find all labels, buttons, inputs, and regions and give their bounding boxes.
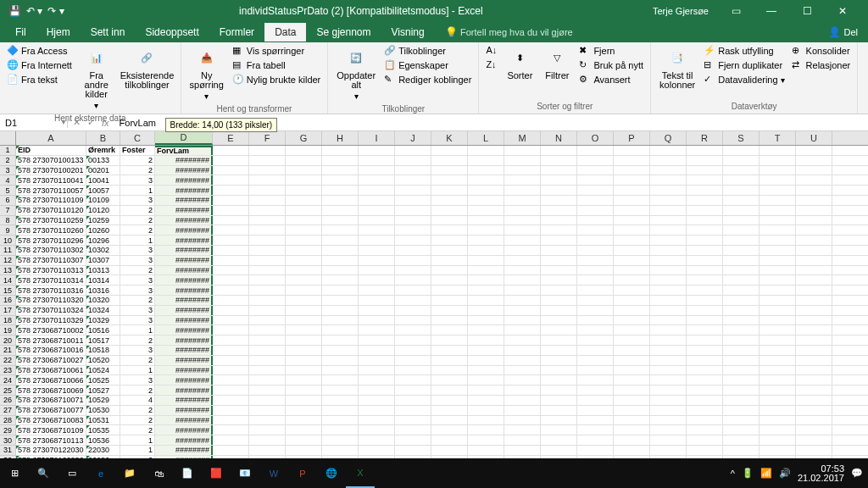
cell[interactable] xyxy=(796,336,832,345)
cell[interactable] xyxy=(359,425,395,435)
cell[interactable] xyxy=(760,166,796,175)
cell[interactable]: ######## xyxy=(155,275,213,285)
cell[interactable] xyxy=(468,366,504,375)
cell[interactable] xyxy=(286,196,322,205)
user-name[interactable]: Terje Gjersøe xyxy=(653,6,709,16)
cell[interactable] xyxy=(359,166,395,175)
cell[interactable] xyxy=(322,375,359,385)
cell[interactable] xyxy=(541,286,577,295)
cell[interactable] xyxy=(322,316,359,325)
cell[interactable]: 2 xyxy=(120,336,155,345)
cell[interactable] xyxy=(796,375,832,385)
cell[interactable] xyxy=(723,216,760,225)
cell[interactable] xyxy=(614,406,650,415)
tray-wifi-icon[interactable]: 📶 xyxy=(760,468,772,479)
cell[interactable] xyxy=(286,216,322,225)
cell[interactable] xyxy=(796,286,832,295)
cell[interactable] xyxy=(614,385,650,395)
cell[interactable] xyxy=(395,266,431,275)
cell[interactable] xyxy=(504,246,541,255)
cell[interactable] xyxy=(249,346,286,355)
cell[interactable] xyxy=(431,206,468,215)
tab-view[interactable]: Visning xyxy=(381,23,435,42)
cell[interactable] xyxy=(431,425,468,435)
cell[interactable]: 10536 xyxy=(86,435,120,445)
cell[interactable]: 10041 xyxy=(86,175,120,185)
cell[interactable] xyxy=(359,396,395,405)
cell[interactable] xyxy=(760,316,796,325)
cell[interactable]: 578 273070110307 xyxy=(16,256,86,265)
cell[interactable] xyxy=(322,325,359,335)
cell[interactable] xyxy=(541,435,577,445)
cell[interactable] xyxy=(395,306,431,315)
cell[interactable]: 578 273070110260 xyxy=(16,225,86,235)
cell[interactable] xyxy=(541,346,577,355)
cell[interactable] xyxy=(504,196,541,205)
cell[interactable] xyxy=(760,435,796,445)
cell[interactable] xyxy=(687,266,723,275)
cell[interactable] xyxy=(796,175,832,185)
close-button[interactable]: ✕ xyxy=(826,0,860,21)
from-table-button[interactable]: ▤Fra tabell xyxy=(231,58,322,72)
cell[interactable] xyxy=(286,246,322,255)
row-header[interactable]: 18 xyxy=(0,316,16,326)
cell[interactable] xyxy=(468,325,504,335)
cell[interactable] xyxy=(322,206,359,215)
cell[interactable] xyxy=(286,146,322,155)
cell[interactable]: 10329 xyxy=(86,316,120,325)
cell[interactable] xyxy=(286,275,322,285)
cell[interactable] xyxy=(541,296,577,305)
tab-insert[interactable]: Sett inn xyxy=(81,23,136,42)
cell[interactable]: 10296 xyxy=(86,236,120,245)
cell[interactable] xyxy=(468,146,504,155)
cell[interactable] xyxy=(286,286,322,295)
cell[interactable] xyxy=(213,336,249,345)
cell[interactable]: ######## xyxy=(155,446,213,455)
row-header[interactable]: 8 xyxy=(0,216,16,226)
cell[interactable] xyxy=(359,385,395,395)
cell[interactable] xyxy=(577,446,614,455)
cell[interactable] xyxy=(723,146,760,155)
cell[interactable] xyxy=(796,206,832,215)
cell[interactable] xyxy=(541,325,577,335)
cell[interactable]: 10530 xyxy=(86,406,120,415)
cell[interactable] xyxy=(687,256,723,265)
cell[interactable] xyxy=(249,375,286,385)
cell[interactable] xyxy=(322,275,359,285)
cell[interactable] xyxy=(249,275,286,285)
cell[interactable]: 578 273068710113 xyxy=(16,435,86,445)
filter-button[interactable]: ▽Filtrer xyxy=(540,44,574,82)
cell[interactable]: 3 xyxy=(120,316,155,325)
cell[interactable] xyxy=(286,416,322,425)
row-header[interactable]: 13 xyxy=(0,266,16,276)
cell[interactable] xyxy=(760,375,796,385)
cell[interactable] xyxy=(723,366,760,375)
cell[interactable] xyxy=(760,286,796,295)
cell[interactable] xyxy=(395,286,431,295)
cell[interactable] xyxy=(213,275,249,285)
cell[interactable]: ######## xyxy=(155,256,213,265)
cell[interactable] xyxy=(359,206,395,215)
cell[interactable] xyxy=(431,256,468,265)
cell[interactable] xyxy=(650,385,687,395)
cell[interactable] xyxy=(614,356,650,365)
cell[interactable] xyxy=(504,216,541,225)
cell[interactable] xyxy=(723,296,760,305)
cell[interactable] xyxy=(577,286,614,295)
cell[interactable] xyxy=(796,266,832,275)
cell[interactable] xyxy=(213,446,249,455)
cell[interactable] xyxy=(796,275,832,285)
from-internet-button[interactable]: 🌐Fra Internett xyxy=(5,58,74,72)
column-header-N[interactable]: N xyxy=(541,131,577,145)
cell[interactable] xyxy=(322,286,359,295)
cell[interactable] xyxy=(468,225,504,235)
cell[interactable] xyxy=(213,306,249,315)
cell[interactable] xyxy=(468,256,504,265)
cell[interactable] xyxy=(504,375,541,385)
cell[interactable] xyxy=(286,166,322,175)
cell[interactable] xyxy=(687,246,723,255)
column-header-E[interactable]: E xyxy=(213,131,249,145)
cell[interactable] xyxy=(322,256,359,265)
row-header[interactable]: 28 xyxy=(0,416,16,426)
cell[interactable] xyxy=(249,325,286,335)
